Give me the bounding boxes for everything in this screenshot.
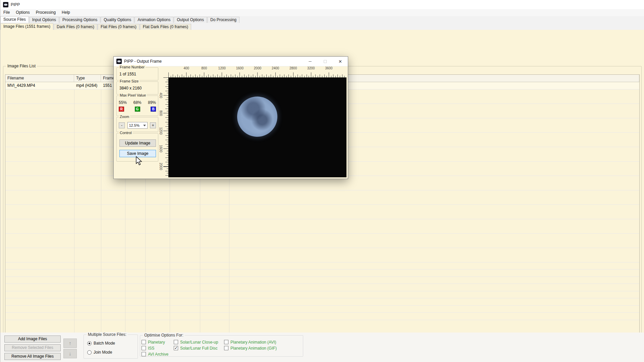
bottom-panel: Add Image Files Remove Selected Files Re… [0, 333, 644, 362]
multiple-source-files-group: Multiple Source Files: Batch Mode Join M… [84, 335, 138, 359]
minimize-icon: ─ [309, 59, 312, 64]
zoom-level-select[interactable]: 12.5% [127, 122, 148, 129]
checkbox[interactable] [224, 340, 228, 344]
move-up-button[interactable]: ↑ [63, 339, 77, 348]
dialog-title: PIPP - Output Frame [124, 59, 162, 64]
file-tab[interactable]: Flat Dark Files (0 frames) [140, 24, 191, 30]
minimize-button[interactable]: ─ [303, 57, 318, 66]
checkbox[interactable] [174, 346, 178, 350]
vertical-ruler: 400800120016002000 [158, 77, 168, 177]
radio-label: Join Mode [94, 350, 112, 355]
file-tab[interactable]: Dark Files (0 frames) [54, 24, 97, 30]
green-percent: 68% [133, 100, 141, 105]
red-percent: 55% [119, 100, 127, 105]
move-down-button[interactable]: ↓ [63, 349, 77, 358]
group-label: Image Files List [6, 64, 37, 68]
main-tab[interactable]: Quality Options [101, 17, 134, 23]
ruler-label: 400 [158, 86, 163, 104]
zoom-level-value: 12.5% [129, 123, 140, 127]
menu-bar: FileOptionsProcessingHelp [0, 9, 644, 16]
up-arrow-icon: ↑ [69, 340, 71, 346]
main-tab[interactable]: Do Processing [207, 17, 239, 23]
dialog-window-buttons: ─ ✕ [303, 57, 348, 66]
group-label: Zoom [119, 115, 130, 119]
checkbox-option[interactable]: ISS [142, 346, 174, 351]
main-tab[interactable]: Output Options [174, 17, 207, 23]
window-title: PIPP [11, 2, 20, 7]
output-frame-dialog: PIPP - Output Frame ─ ✕ Frame Number 1 o… [113, 56, 348, 179]
radio-option[interactable]: Batch Mode [87, 341, 115, 346]
ruler-label: 2800 [284, 66, 302, 70]
radio-label: Batch Mode [94, 341, 115, 346]
horizontal-ruler-ticks [168, 72, 346, 77]
checkbox[interactable] [142, 340, 146, 344]
group-label: Control [119, 131, 132, 135]
ruler-label: 400 [177, 66, 195, 70]
optimise-col-2: Solar/Lunar Close-upSolar/Lunar Full Dis… [174, 340, 224, 357]
zoom-controls: - 12.5% + [119, 122, 156, 129]
ruler-label: 1600 [158, 140, 163, 158]
checkbox[interactable] [224, 346, 228, 350]
close-button[interactable]: ✕ [333, 57, 348, 66]
ruler-label: 1200 [213, 66, 231, 70]
checkbox-option[interactable]: Solar/Lunar Close-up [174, 340, 224, 345]
column-divider [101, 89, 101, 357]
main-tab[interactable]: Input Options [29, 17, 59, 23]
ruler-label: 2400 [266, 66, 284, 70]
checkbox-option[interactable]: Planetary Animation (AVI) [224, 340, 291, 345]
maximize-button[interactable] [318, 57, 333, 66]
file-tab[interactable]: Image Files (1551 frames) [0, 23, 53, 30]
horizontal-ruler-labels: 4008001200160020002400280032003600 [168, 66, 346, 70]
green-channel-button[interactable]: G [135, 107, 140, 112]
pipp-main-window: PIPP FileOptionsProcessingHelp Source Fi… [0, 0, 644, 362]
main-tab[interactable]: Processing Options [59, 17, 100, 23]
vertical-ruler-labels: 400800120016002000 [158, 77, 163, 177]
pipp-app-icon [3, 2, 8, 7]
add-image-files-button[interactable]: Add Image Files [4, 336, 61, 343]
checkbox-option[interactable]: Planetary Animation (GIF) [224, 346, 291, 351]
main-tab[interactable]: Animation Options [135, 17, 173, 23]
menu-item[interactable]: File [0, 9, 13, 16]
checkbox-option[interactable]: AVI Archive [142, 352, 174, 357]
radio-button[interactable] [87, 341, 92, 346]
group-label: Max Pixel Value [119, 93, 147, 97]
checkbox-label: Solar/Lunar Full Disc [180, 346, 217, 351]
file-tab[interactable]: Flat Files (0 frames) [98, 24, 140, 30]
mouse-cursor [136, 156, 143, 167]
close-icon: ✕ [338, 59, 342, 64]
remove-all-image-files-button[interactable]: Remove All Image Files [4, 353, 61, 360]
column-header[interactable]: Filename [5, 75, 74, 82]
checkbox[interactable] [142, 346, 146, 350]
group-label: Multiple Source Files: [87, 332, 128, 337]
zoom-in-button[interactable]: + [150, 122, 156, 128]
blue-channel-button[interactable]: B [151, 107, 156, 112]
remove-selected-files-button[interactable]: Remove Selected Files [4, 344, 61, 351]
red-channel-button[interactable]: R [119, 107, 124, 112]
column-header[interactable]: Type [74, 75, 101, 82]
max-pixel-percentages: 55% 68% 89% [119, 100, 156, 105]
chevron-down-icon [143, 125, 146, 126]
optimise-col-3: Planetary Animation (AVI)Planetary Anima… [224, 340, 291, 357]
pipp-dialog-icon [116, 59, 122, 64]
checkbox[interactable] [174, 340, 178, 344]
moon-image [237, 97, 277, 137]
checkbox-option[interactable]: Planetary [142, 340, 174, 345]
checkbox-label: AVI Archive [148, 352, 168, 357]
checkbox-option[interactable]: Solar/Lunar Full Disc [174, 346, 224, 351]
radio-option[interactable]: Join Mode [87, 350, 115, 355]
cell-type: mp4 (H264) [74, 82, 101, 89]
max-pixel-value-group: Max Pixel Value 55% 68% 89% R G B [116, 96, 158, 116]
menu-item[interactable]: Options [13, 9, 33, 16]
frame-preview-canvas [168, 77, 346, 177]
checkbox-label: ISS [148, 346, 154, 351]
menu-item[interactable]: Help [59, 9, 73, 16]
down-arrow-icon: ↓ [69, 351, 71, 356]
checkbox[interactable] [142, 352, 146, 356]
main-tab[interactable]: Source Files [0, 16, 29, 23]
update-image-button[interactable]: Update Image [119, 139, 156, 147]
radio-button[interactable] [87, 350, 92, 355]
menu-item[interactable]: Processing [33, 9, 59, 16]
zoom-out-button[interactable]: - [119, 122, 125, 128]
group-label: Frame Size [119, 79, 140, 83]
ruler-label: 2000 [158, 158, 163, 175]
